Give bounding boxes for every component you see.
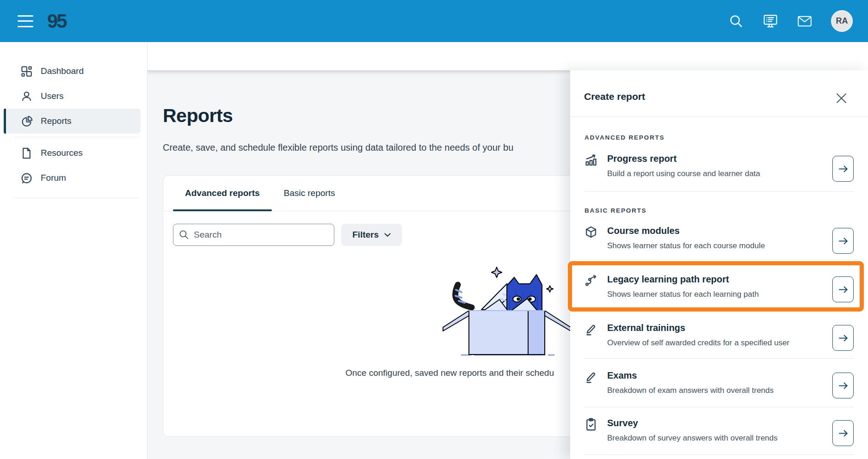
presentation-icon[interactable]: [763, 13, 778, 29]
sidebar-divider: [14, 137, 139, 137]
search-icon[interactable]: [728, 13, 744, 29]
sidebar-item-reports[interactable]: Reports: [4, 109, 141, 134]
sidebar-item-forum[interactable]: Forum: [0, 165, 147, 190]
report-option-desc: Breakdown of survey answers with overall…: [607, 433, 824, 443]
sidebar-item-label: Users: [41, 91, 64, 101]
app-root: 95 RA: [0, 0, 868, 459]
panel-title: Create report: [584, 91, 645, 102]
report-option-course-modules[interactable]: Course modules Shows learner status for …: [570, 221, 868, 263]
open-report-arrow-button[interactable]: [832, 420, 854, 446]
section-label-basic: BASIC REPORTS: [585, 207, 646, 214]
sidebar-item-dashboard[interactable]: Dashboard: [0, 59, 147, 84]
report-option-title: Progress report: [607, 153, 824, 165]
sidebar-item-label: Forum: [41, 173, 66, 183]
report-option-title: Course modules: [607, 225, 824, 237]
report-option-title: Exams: [607, 369, 824, 381]
panel-divider: [584, 311, 854, 311]
arrow-right-icon: [838, 236, 849, 246]
report-option-desc: Breakdown of exam answers with overall t…: [607, 386, 824, 396]
report-option-external-trainings[interactable]: External trainings Overview of self awar…: [570, 318, 868, 361]
bar-chart-arrow-icon: [585, 153, 597, 166]
panel-divider: [584, 358, 854, 359]
tab-basic-reports[interactable]: Basic reports: [272, 176, 347, 211]
panel-divider: [584, 191, 854, 192]
top-navigation-bar: 95 RA: [0, 0, 868, 42]
user-icon: [20, 90, 33, 103]
open-report-arrow-button[interactable]: [832, 156, 854, 182]
report-option-title: Survey: [607, 417, 824, 429]
cube-icon: [585, 226, 597, 239]
section-label-advanced: ADVANCED REPORTS: [585, 134, 665, 141]
sidebar-item-label: Dashboard: [41, 66, 84, 76]
arrow-right-icon: [838, 333, 849, 343]
panel-divider: [584, 407, 854, 407]
panel-divider: [584, 262, 854, 263]
panel-divider: [584, 454, 854, 455]
list-controls: Filters: [173, 224, 402, 246]
search-icon: [179, 230, 189, 239]
sidebar-item-resources[interactable]: Resources: [0, 141, 147, 165]
empty-state-illustration: [437, 255, 576, 362]
speech-bubble-icon: [20, 172, 33, 184]
open-report-arrow-button[interactable]: [832, 276, 854, 302]
sidebar-divider: [14, 198, 139, 198]
report-option-desc: Shows learner status for each learning p…: [607, 289, 824, 300]
page-description: Create, save, and schedule flexible repo…: [163, 142, 513, 153]
open-report-arrow-button[interactable]: [832, 325, 854, 351]
create-report-panel: Create report ADVANCED REPORTS Progress …: [570, 70, 868, 459]
document-icon: [20, 147, 33, 159]
report-option-title: Legacy learning path report: [607, 273, 824, 285]
report-option-desc: Overview of self awarded credits for a s…: [607, 338, 824, 348]
report-option-exams[interactable]: Exams Breakdown of exam answers with ove…: [570, 366, 868, 408]
report-option-desc: Build a report using course and learner …: [607, 169, 824, 179]
report-option-title: External trainings: [607, 322, 824, 334]
search-box: [173, 224, 334, 246]
sidebar-item-label: Reports: [41, 116, 72, 126]
pencil-icon: [585, 370, 597, 383]
chevron-down-icon: [384, 233, 391, 237]
mail-icon[interactable]: [797, 13, 813, 29]
report-option-desc: Shows learner status for each course mod…: [607, 241, 824, 251]
brand-logo: 95: [47, 12, 66, 31]
panel-header-divider: [570, 116, 868, 117]
pie-chart-icon: [20, 115, 33, 128]
sidebar-item-label: Resources: [41, 148, 83, 158]
open-report-arrow-button[interactable]: [832, 373, 854, 398]
sidebar-item-users[interactable]: Users: [0, 84, 147, 109]
arrow-right-icon: [838, 284, 849, 295]
menu-icon[interactable]: [18, 15, 33, 27]
clipboard-check-icon: [585, 418, 597, 431]
report-option-progress-report[interactable]: Progress report Build a report using cou…: [570, 149, 868, 191]
arrow-right-icon: [838, 164, 849, 174]
page-header-strip: [148, 42, 868, 70]
avatar[interactable]: RA: [831, 10, 853, 32]
report-option-legacy-learning-path[interactable]: Legacy learning path report Shows learne…: [570, 269, 868, 312]
tab-advanced-reports[interactable]: Advanced reports: [173, 176, 272, 211]
report-option-survey[interactable]: Survey Breakdown of survey answers with …: [570, 413, 868, 456]
open-report-arrow-button[interactable]: [832, 228, 854, 254]
arrow-right-icon: [838, 380, 849, 391]
path-nodes-icon: [585, 274, 597, 287]
pencil-icon: [585, 323, 597, 336]
avatar-initials: RA: [836, 16, 848, 26]
empty-state-caption: Once configured, saved new reports and t…: [345, 368, 554, 378]
sidebar: Dashboard Users Reports: [0, 42, 148, 459]
arrow-right-icon: [838, 428, 849, 439]
search-input[interactable]: [173, 224, 334, 246]
filters-button[interactable]: Filters: [341, 224, 402, 246]
dashboard-icon: [20, 65, 33, 78]
filters-label: Filters: [352, 230, 379, 240]
page-title: Reports: [163, 105, 233, 127]
close-icon[interactable]: [832, 89, 850, 107]
